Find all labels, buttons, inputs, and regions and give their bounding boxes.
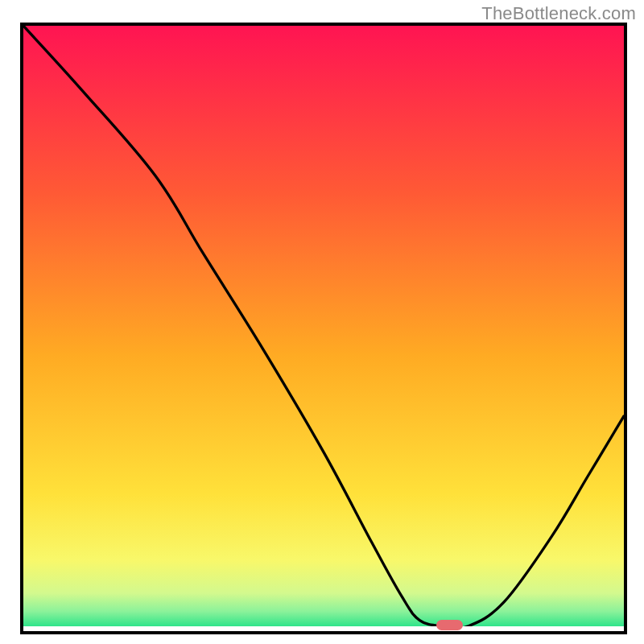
chart-container: TheBottleneck.com — [0, 0, 644, 644]
bottleneck-curve — [23, 26, 624, 626]
plot-frame — [20, 23, 627, 634]
optimum-marker — [436, 620, 464, 630]
curve-layer — [23, 26, 624, 626]
watermark-link[interactable]: TheBottleneck.com — [481, 3, 636, 24]
